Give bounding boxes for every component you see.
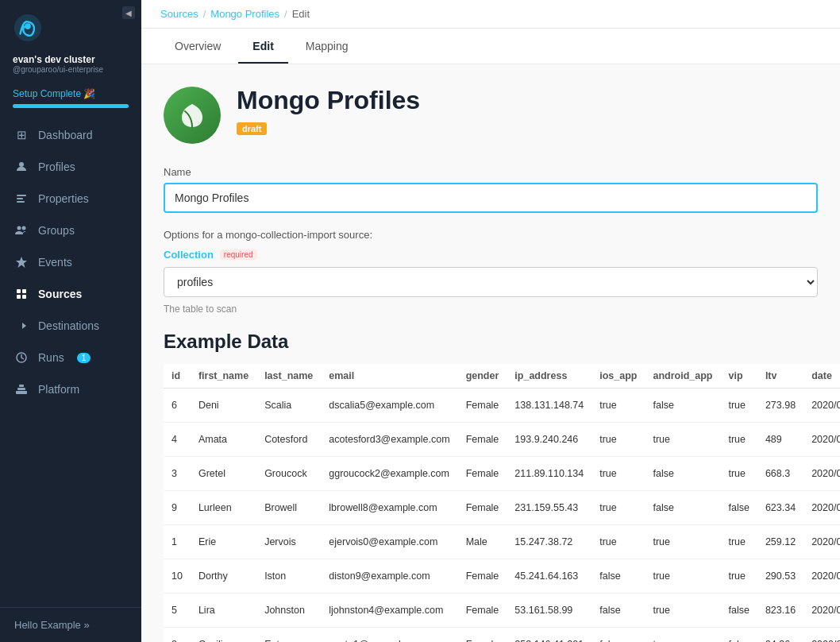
sidebar-item-label-dashboard: Dashboard: [38, 129, 93, 141]
cell-gender: Female: [458, 389, 507, 423]
cell-gender: Female: [458, 559, 507, 594]
sidebar-item-label-properties: Properties: [38, 192, 89, 205]
col-vip: vip: [720, 364, 757, 389]
sidebar-footer[interactable]: Hello Example »: [0, 607, 141, 642]
profile-title-area: Mongo Profiles draft: [237, 87, 420, 135]
sidebar-item-sources[interactable]: Sources: [0, 278, 141, 310]
sidebar: ◀ evan's dev cluster @grouparoo/ui-enter…: [0, 0, 141, 642]
breadcrumb-sep-2: /: [284, 8, 287, 20]
cell-ip_address: 53.161.58.99: [507, 594, 591, 628]
sidebar-item-platform[interactable]: Platform: [0, 373, 141, 405]
svg-point-1: [25, 23, 31, 29]
cell-ios_app: true: [591, 389, 645, 423]
tab-mapping[interactable]: Mapping: [291, 29, 363, 64]
cluster-sub: @grouparoo/ui-enterprise: [13, 65, 129, 74]
grouparoo-logo: [13, 13, 43, 43]
sidebar-item-destinations[interactable]: Destinations: [0, 310, 141, 342]
cell-gender: Female: [458, 491, 507, 525]
cell-email: ejervois0@example.com: [321, 525, 457, 559]
cell-ios_app: true: [591, 457, 645, 491]
breadcrumb-mongo-profiles[interactable]: Mongo Profiles: [210, 8, 279, 20]
svg-rect-9: [22, 289, 26, 293]
cell-ltv: 94.36: [757, 628, 803, 643]
col-date: date: [803, 364, 840, 389]
col-ltv: ltv: [757, 364, 803, 389]
cell-ip_address: 231.159.55.43: [507, 491, 591, 525]
sidebar-item-label-runs: Runs: [38, 351, 64, 364]
cell-gender: Female: [458, 423, 507, 457]
sidebar-item-label-destinations: Destinations: [38, 319, 99, 332]
cell-email: diston9@example.com: [321, 559, 457, 594]
cell-id: 5: [164, 594, 191, 628]
events-icon: [14, 255, 29, 269]
collection-label: Collection: [164, 249, 214, 261]
cell-id: 10: [164, 559, 191, 594]
sidebar-item-properties[interactable]: Properties: [0, 183, 141, 215]
sidebar-item-groups[interactable]: Groups: [0, 215, 141, 246]
svg-rect-11: [22, 295, 26, 299]
col-first-name: first_name: [191, 364, 256, 389]
cell-vip: false: [720, 594, 757, 628]
cell-date: 2020/02/09: [803, 491, 840, 525]
table-header: id first_name last_name email gender ip_…: [164, 364, 840, 389]
svg-point-6: [17, 226, 21, 230]
tabs-bar: Overview Edit Mapping: [141, 29, 840, 64]
cell-email: lbrowell8@example.com: [321, 491, 457, 525]
table-row: 6DeniScaliadscalia5@example.comFemale138…: [164, 389, 840, 423]
cell-ltv: 489: [757, 423, 803, 457]
cell-ios_app: true: [591, 423, 645, 457]
profiles-icon: [14, 160, 29, 174]
cell-date: 2020/02/01: [803, 525, 840, 559]
tab-edit[interactable]: Edit: [238, 29, 287, 64]
table-row: 4AmataCotesfordacotesford3@example.comFe…: [164, 423, 840, 457]
options-label: Options for a mongo-collection-import so…: [164, 229, 818, 241]
breadcrumb: Sources / Mongo Profiles / Edit: [141, 0, 840, 29]
cell-android_app: true: [645, 423, 720, 457]
sidebar-item-label-platform: Platform: [38, 383, 79, 396]
cell-last_name: Iston: [256, 559, 321, 594]
cell-ios_app: false: [591, 628, 645, 643]
svg-point-7: [22, 226, 26, 230]
profile-header: Mongo Profiles draft: [164, 87, 818, 144]
cell-vip: true: [720, 457, 757, 491]
cell-id: 3: [164, 457, 191, 491]
svg-rect-5: [17, 201, 25, 203]
cell-ip_address: 15.247.38.72: [507, 525, 591, 559]
sidebar-item-profiles[interactable]: Profiles: [0, 151, 141, 183]
name-label: Name: [164, 166, 818, 178]
col-gender: gender: [458, 364, 507, 389]
breadcrumb-sources[interactable]: Sources: [160, 8, 198, 20]
col-id: id: [164, 364, 191, 389]
cell-ios_app: true: [591, 491, 645, 525]
collection-label-row: Collection required: [164, 249, 818, 261]
destinations-icon: [14, 319, 29, 333]
cell-first_name: Deni: [191, 389, 256, 423]
cell-ltv: 668.3: [757, 457, 803, 491]
cell-date: 2020/02/04: [803, 423, 840, 457]
sidebar-item-events[interactable]: Events: [0, 246, 141, 278]
cell-vip: true: [720, 423, 757, 457]
svg-rect-3: [17, 195, 26, 196]
cell-date: 2020/02/05: [803, 594, 840, 628]
cell-id: 6: [164, 389, 191, 423]
cell-date: 2020/02/03: [803, 457, 840, 491]
sidebar-collapse-button[interactable]: ◀: [122, 6, 135, 19]
svg-rect-4: [17, 198, 23, 199]
table-row: 2CacilieEateceate1@example.comFemale253.…: [164, 628, 840, 643]
cell-first_name: Erie: [191, 525, 256, 559]
cell-vip: false: [720, 491, 757, 525]
sidebar-item-runs[interactable]: Runs 1: [0, 342, 141, 373]
collection-select[interactable]: profiles: [164, 267, 818, 297]
cell-android_app: true: [645, 628, 720, 643]
breadcrumb-edit: Edit: [292, 8, 310, 20]
cell-gender: Female: [458, 628, 507, 643]
cell-vip: false: [720, 628, 757, 643]
cell-vip: true: [720, 559, 757, 594]
tab-overview[interactable]: Overview: [160, 29, 235, 64]
cell-ios_app: false: [591, 559, 645, 594]
platform-icon: [14, 382, 29, 396]
name-input[interactable]: [164, 183, 818, 213]
sidebar-item-dashboard[interactable]: ⊞ Dashboard: [0, 119, 141, 151]
cell-android_app: false: [645, 491, 720, 525]
cell-ip_address: 45.241.64.163: [507, 559, 591, 594]
